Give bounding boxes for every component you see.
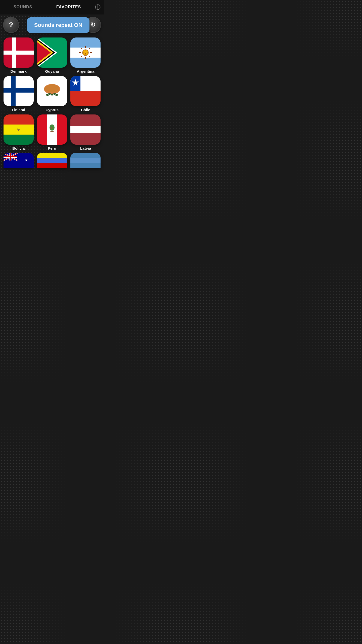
flag-peru xyxy=(37,114,67,145)
flag-finland xyxy=(4,76,34,106)
flag-grid: Denmark Guyana xyxy=(0,35,104,153)
toast-notification: Sounds repeat ON xyxy=(27,17,89,33)
repeat-icon: ↻ xyxy=(90,21,96,28)
list-item[interactable]: Finland xyxy=(3,76,34,112)
flag-label-peru: Peru xyxy=(48,146,56,150)
flag-label-bolivia: Bolivia xyxy=(12,146,25,150)
flag-label-argentina: Argentina xyxy=(77,69,94,73)
controls-row: ? Sounds repeat ON ↻ xyxy=(0,15,104,35)
svg-rect-61 xyxy=(37,163,67,168)
svg-rect-8 xyxy=(70,37,101,48)
svg-point-20 xyxy=(83,51,87,55)
flag-australia-partial xyxy=(4,153,34,168)
list-item[interactable]: Latvia xyxy=(70,114,101,150)
list-item[interactable]: Argentina xyxy=(70,37,101,73)
svg-point-28 xyxy=(47,94,49,96)
svg-rect-59 xyxy=(37,153,67,158)
tab-sounds[interactable]: SOUNDS xyxy=(0,1,46,13)
flag-yellow-partial xyxy=(37,153,67,168)
flag-latvia xyxy=(70,114,101,145)
list-item[interactable]: Denmark xyxy=(3,37,34,73)
flag-label-chile: Chile xyxy=(81,108,90,112)
list-item[interactable]: 🦅 Bolivia xyxy=(3,114,34,150)
list-item[interactable]: Guyana xyxy=(36,37,67,73)
svg-point-32 xyxy=(56,94,58,96)
svg-point-29 xyxy=(49,93,51,95)
flag-guyana xyxy=(37,37,67,68)
list-item[interactable]: Peru xyxy=(36,114,67,150)
info-button[interactable]: ⓘ xyxy=(92,0,104,15)
flag-label-finland: Finland xyxy=(12,108,25,112)
flag-argentina xyxy=(70,37,101,68)
app-header: SOUNDS FAVORITES ⓘ xyxy=(0,0,104,15)
svg-rect-60 xyxy=(37,158,67,163)
list-item[interactable]: Chile xyxy=(70,76,101,112)
list-item[interactable] xyxy=(36,153,67,168)
flag-label-latvia: Latvia xyxy=(80,146,91,150)
list-item[interactable]: Cyprus xyxy=(36,76,67,112)
list-item[interactable] xyxy=(70,153,101,168)
svg-rect-10 xyxy=(70,58,101,68)
svg-rect-34 xyxy=(70,91,101,106)
flag-label-denmark: Denmark xyxy=(11,69,27,73)
partial-flag-row xyxy=(0,153,104,171)
flag-cyprus xyxy=(37,76,67,106)
tab-favorites[interactable]: FAVORITES xyxy=(46,1,92,13)
svg-rect-37 xyxy=(4,114,34,125)
svg-point-21 xyxy=(84,52,85,52)
svg-rect-25 xyxy=(4,88,34,93)
info-icon: ⓘ xyxy=(95,4,101,11)
svg-text:🦅: 🦅 xyxy=(17,128,20,131)
flag-blue-partial xyxy=(70,153,101,168)
question-icon: ? xyxy=(9,21,13,29)
svg-point-30 xyxy=(51,94,53,95)
flag-label-cyprus: Cyprus xyxy=(46,108,59,112)
flag-chile xyxy=(70,76,101,106)
svg-rect-2 xyxy=(4,51,34,55)
question-button[interactable]: ? xyxy=(3,17,19,33)
list-item[interactable] xyxy=(3,153,34,168)
flag-denmark xyxy=(4,37,34,68)
svg-point-22 xyxy=(86,52,86,52)
svg-rect-47 xyxy=(70,126,101,133)
svg-point-45 xyxy=(51,125,53,127)
svg-rect-39 xyxy=(4,135,34,145)
flag-bolivia: 🦅 xyxy=(4,114,34,145)
flag-label-guyana: Guyana xyxy=(45,69,59,73)
svg-point-31 xyxy=(54,93,56,95)
svg-rect-63 xyxy=(70,158,101,163)
